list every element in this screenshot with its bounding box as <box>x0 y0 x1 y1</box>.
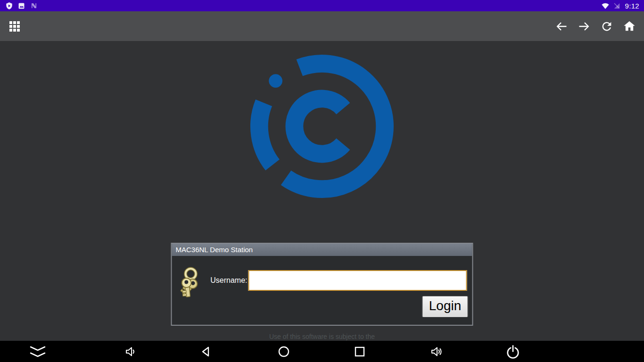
home-circle-icon[interactable] <box>278 346 290 358</box>
power-icon[interactable] <box>506 345 520 359</box>
back-icon[interactable] <box>200 346 212 358</box>
android-n-icon <box>30 2 38 9</box>
home-icon[interactable] <box>622 19 636 33</box>
clock: 9:12 <box>625 2 639 10</box>
hide-navbar-chevrons-icon[interactable] <box>28 345 47 359</box>
toolbar-nav-buttons <box>554 19 636 33</box>
volume-down-icon[interactable] <box>124 345 137 358</box>
username-label: Username: <box>172 270 248 291</box>
apps-grid-icon[interactable] <box>8 19 22 33</box>
status-bar: 9:12 <box>0 0 644 11</box>
login-dialog-title: MAC36NL Demo Station <box>172 244 472 256</box>
logo-dot <box>269 74 282 88</box>
volume-up-icon[interactable] <box>430 345 444 358</box>
refresh-icon[interactable] <box>600 19 614 33</box>
login-dialog-body: Username: Login <box>172 256 472 325</box>
play-protect-shield-icon <box>6 2 13 10</box>
username-input[interactable] <box>248 270 467 291</box>
license-disclaimer-text: Use of this software is subject to the <box>0 333 644 340</box>
status-notification-icons <box>6 2 38 10</box>
wifi-icon <box>601 2 610 9</box>
forward-arrow-icon[interactable] <box>577 19 591 33</box>
browser-toolbar <box>0 11 644 41</box>
station-brand-logo <box>249 53 395 199</box>
page-content: MAC36NL Demo Station <box>0 41 644 341</box>
photos-icon <box>18 2 25 9</box>
login-dialog: MAC36NL Demo Station <box>171 243 473 326</box>
back-arrow-icon[interactable] <box>554 19 569 33</box>
android-navbar <box>0 341 644 362</box>
cellular-off-icon <box>613 2 620 9</box>
login-button[interactable]: Login <box>422 296 468 317</box>
status-system-icons: 9:12 <box>601 2 639 10</box>
recents-square-icon[interactable] <box>354 346 365 357</box>
